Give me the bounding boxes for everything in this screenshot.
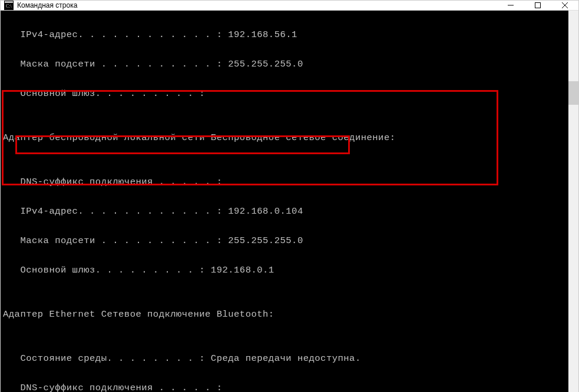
maximize-button[interactable] [524,1,551,10]
svg-rect-1 [5,1,13,3]
output-line: Маска подсети . . . . . . . . . . : 255.… [3,57,568,72]
console-area: IPv4-адрес. . . . . . . . . . . . : 192.… [1,11,578,392]
output-line: Маска подсети . . . . . . . . . . : 255.… [3,234,568,248]
close-button[interactable] [551,1,578,10]
scrollbar-thumb[interactable] [568,81,578,105]
output-line: IPv4-адрес. . . . . . . . . . . . : 192.… [3,28,568,42]
output-line: Основной шлюз. . . . . . . . . : 192.168… [3,263,568,278]
output-line: Адаптер Ethernet Сетевое подключение Blu… [3,307,568,322]
output-line: Адаптер беспроводной локальной сети Бесп… [3,131,568,145]
output-line: DNS-суффикс подключения . . . . . : [3,381,568,392]
output-line: IPv4-адрес. . . . . . . . . . . . : 192.… [3,204,568,219]
output-line: Основной шлюз. . . . . . . . . : [3,87,568,101]
cmd-icon: C:\ [4,1,14,10]
window-title: Командная строка [17,1,77,9]
titlebar[interactable]: C:\ Командная строка [1,1,578,11]
output-line: DNS-суффикс подключения . . . . . : [3,175,568,190]
console-output[interactable]: IPv4-адрес. . . . . . . . . . . . : 192.… [1,11,568,392]
minimize-button[interactable] [497,1,524,10]
vertical-scrollbar[interactable] [568,11,578,392]
svg-rect-4 [535,3,541,8]
command-prompt-window: C:\ Командная строка IPv4-адрес. . . . .… [0,0,579,392]
svg-text:C:\: C:\ [6,4,12,9]
output-line: Состояние среды. . . . . . . . : Среда п… [3,351,568,366]
window-controls [497,1,578,10]
